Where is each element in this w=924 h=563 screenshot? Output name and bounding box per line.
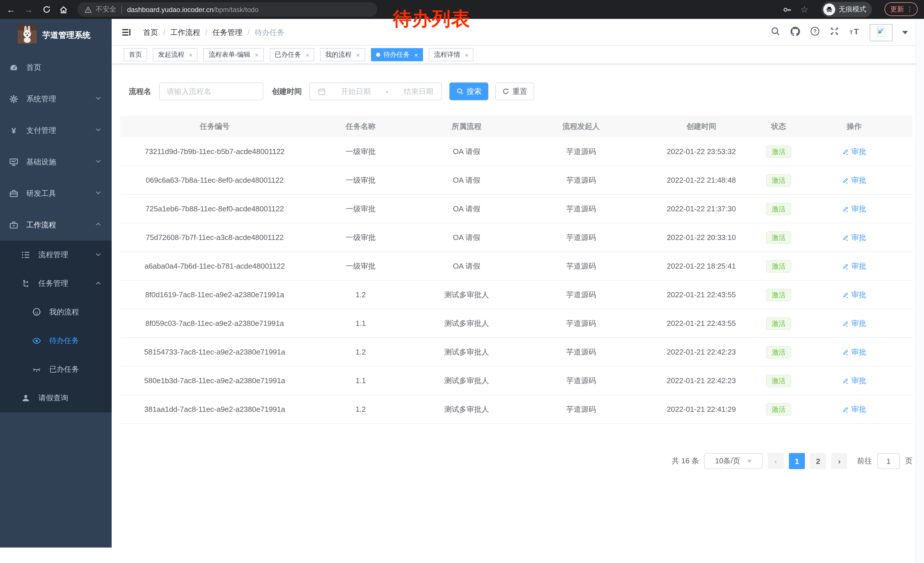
close-icon[interactable]: × bbox=[255, 51, 259, 58]
key-icon[interactable] bbox=[780, 0, 795, 19]
close-icon[interactable]: × bbox=[305, 51, 309, 58]
github-icon[interactable] bbox=[790, 26, 800, 39]
forward-icon[interactable]: → bbox=[21, 0, 36, 19]
address-bar[interactable]: 不安全 dashboard.yudao.iocoder.cn/bpm/task/… bbox=[77, 2, 377, 17]
status-badge: 激活 bbox=[766, 403, 791, 416]
task-id-cell: 381aa1dd-7ac8-11ec-a9e2-a2380e71991a bbox=[120, 405, 309, 413]
table-header-row: 任务编号任务名称所属流程流程发起人创建时间状态操作 bbox=[120, 116, 912, 137]
sidebar-item-工作流程[interactable]: 工作流程 bbox=[0, 209, 112, 240]
approve-link[interactable]: 审批 bbox=[842, 290, 866, 300]
avatar-dropdown-icon[interactable] bbox=[902, 31, 908, 34]
sidebar-item-请假查询[interactable]: 请假查询 bbox=[0, 384, 112, 412]
bookmark-star-icon[interactable]: ☆ bbox=[797, 0, 812, 19]
chevron-down-icon bbox=[747, 459, 752, 462]
approve-link[interactable]: 审批 bbox=[842, 404, 866, 414]
font-size-icon[interactable]: TT bbox=[849, 26, 860, 38]
table-body: 73211d9d-7b9b-11ec-b5b7-acde48001122一级审批… bbox=[120, 137, 912, 424]
tab-label: 流程表单-编辑 bbox=[208, 50, 250, 59]
search-icon[interactable] bbox=[771, 26, 780, 38]
breadcrumb-item-待办任务: 待办任务 bbox=[255, 27, 285, 38]
sidebar-collapse-icon[interactable] bbox=[122, 27, 131, 39]
sidebar-item-系统管理[interactable]: 系统管理 bbox=[0, 83, 112, 114]
action-cell: 审批 bbox=[796, 290, 912, 300]
tab-首页[interactable]: 首页 bbox=[124, 48, 147, 61]
breadcrumb-item-首页[interactable]: 首页 bbox=[143, 27, 158, 38]
sidebar-item-待办任务[interactable]: 待办任务 bbox=[0, 326, 112, 355]
back-icon[interactable]: ← bbox=[3, 0, 18, 19]
breadcrumb-item-任务管理[interactable]: 任务管理 bbox=[213, 27, 243, 38]
approve-link[interactable]: 审批 bbox=[842, 261, 866, 271]
reset-button[interactable]: 重置 bbox=[495, 83, 534, 100]
tags-view-bar: 首页发起流程×流程表单-编辑×已办任务×我的流程×待办任务×流程详情× bbox=[112, 46, 924, 64]
action-cell: 审批 bbox=[796, 318, 912, 329]
close-icon[interactable]: × bbox=[414, 51, 418, 58]
initiator-cell: 芋道源码 bbox=[521, 404, 641, 414]
page-size-select[interactable]: 10条/页 bbox=[704, 453, 762, 469]
omnibox-divider bbox=[122, 6, 122, 14]
status-badge: 激活 bbox=[766, 145, 791, 158]
incognito-icon bbox=[823, 3, 835, 15]
close-icon[interactable]: × bbox=[189, 51, 193, 58]
tab-我的流程[interactable]: 我的流程× bbox=[320, 48, 365, 61]
status-badge: 激活 bbox=[766, 346, 791, 358]
process-name-input[interactable]: 请输入流程名 bbox=[159, 83, 263, 100]
table-row: 069c6a63-7b8a-11ec-8ef0-acde48001122一级审批… bbox=[120, 166, 912, 195]
sidebar-item-已办任务[interactable]: 已办任务 bbox=[0, 355, 112, 384]
browser-update-button[interactable]: 更新 ⋮ bbox=[885, 2, 918, 16]
approve-link[interactable]: 审批 bbox=[842, 375, 866, 386]
tree-icon bbox=[21, 279, 30, 288]
sidebar-item-我的流程[interactable]: 我的流程 bbox=[0, 298, 112, 326]
avatar[interactable] bbox=[870, 24, 892, 41]
reload-icon[interactable] bbox=[39, 0, 54, 19]
browser-menu-icon[interactable]: ⋮ bbox=[906, 6, 913, 13]
close-icon[interactable]: × bbox=[356, 51, 360, 58]
search-button[interactable]: 搜索 bbox=[449, 83, 488, 100]
page-button-1[interactable]: 1 bbox=[789, 453, 805, 469]
approve-link-label: 审批 bbox=[851, 261, 866, 271]
page-suffix-label: 页 bbox=[905, 456, 912, 466]
sidebar: 芋道管理系统 首页系统管理¥支付管理基础设施研发工具工作流程流程管理任务管理我的… bbox=[0, 19, 112, 548]
task-id-cell: a6aba0a4-7b6d-11ec-b781-acde48001122 bbox=[120, 262, 309, 270]
goto-page-input[interactable]: 1 bbox=[877, 453, 900, 469]
approve-link[interactable]: 审批 bbox=[842, 204, 866, 214]
table-row: 75d72608-7b7f-11ec-a3c8-acde48001122一级审批… bbox=[120, 224, 912, 252]
date-range-input[interactable]: 开始日期 - 结束日期 bbox=[309, 83, 442, 100]
tab-流程详情[interactable]: 流程详情× bbox=[429, 48, 474, 61]
close-icon[interactable]: × bbox=[465, 51, 469, 58]
column-header-所属流程: 所属流程 bbox=[412, 122, 521, 132]
created-time-cell: 2022-01-22 20:33:10 bbox=[641, 233, 761, 242]
help-icon[interactable]: ? bbox=[810, 26, 820, 38]
prev-page-button[interactable]: ‹ bbox=[768, 453, 784, 469]
incognito-label: 无痕模式 bbox=[839, 5, 866, 14]
scrollbar[interactable] bbox=[915, 19, 924, 563]
annotation-overlay: 待办列表 bbox=[393, 6, 471, 32]
next-page-button[interactable]: › bbox=[831, 453, 847, 469]
sidebar-item-首页[interactable]: 首页 bbox=[0, 51, 112, 83]
approve-link[interactable]: 审批 bbox=[842, 146, 866, 157]
table-row: 8f059c03-7ac8-11ec-a9e2-a2380e71991a1.1测… bbox=[120, 309, 912, 338]
page-header: 首页/工作流程/任务管理/待办任务 ? TT bbox=[112, 19, 924, 46]
approve-link[interactable]: 审批 bbox=[842, 347, 866, 357]
breadcrumb-item-工作流程[interactable]: 工作流程 bbox=[170, 27, 200, 38]
tab-待办任务[interactable]: 待办任务× bbox=[371, 48, 423, 61]
approve-link[interactable]: 审批 bbox=[842, 232, 866, 243]
approve-link[interactable]: 审批 bbox=[842, 318, 866, 329]
page-button-2[interactable]: 2 bbox=[810, 453, 826, 469]
approve-link[interactable]: 审批 bbox=[842, 175, 866, 185]
app-logo[interactable]: 芋道管理系统 bbox=[0, 19, 112, 51]
sidebar-item-支付管理[interactable]: ¥支付管理 bbox=[0, 114, 112, 146]
sidebar-item-任务管理[interactable]: 任务管理 bbox=[0, 269, 112, 298]
tab-流程表单-编辑[interactable]: 流程表单-编辑× bbox=[204, 48, 264, 61]
update-label[interactable]: 更新 bbox=[890, 4, 904, 14]
approve-link-label: 审批 bbox=[851, 204, 866, 214]
sidebar-item-基础设施[interactable]: 基础设施 bbox=[0, 146, 112, 177]
sidebar-item-label: 支付管理 bbox=[26, 125, 56, 135]
home-icon[interactable] bbox=[56, 0, 71, 19]
process-cell: OA 请假 bbox=[412, 175, 521, 185]
sidebar-item-研发工具[interactable]: 研发工具 bbox=[0, 177, 112, 209]
sidebar-item-流程管理[interactable]: 流程管理 bbox=[0, 240, 112, 269]
fullscreen-icon[interactable] bbox=[830, 26, 839, 38]
tab-发起流程[interactable]: 发起流程× bbox=[153, 48, 198, 61]
svg-text:T: T bbox=[854, 27, 859, 36]
tab-已办任务[interactable]: 已办任务× bbox=[269, 48, 314, 61]
